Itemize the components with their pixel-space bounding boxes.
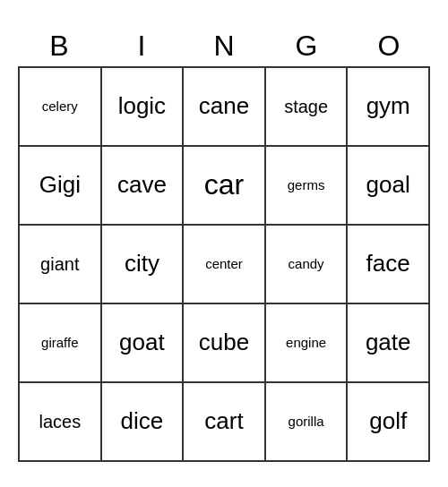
cell-text-r4-c1: dice	[121, 407, 164, 435]
cell-text-r0-c4: gym	[366, 92, 410, 120]
cell-text-r1-c0: Gigi	[39, 171, 81, 199]
cell-r1-c2: car	[183, 146, 265, 225]
bingo-grid: celerylogiccanestagegymGigicavecargermsg…	[18, 66, 430, 462]
header-letter-B: B	[18, 26, 100, 66]
cell-text-r3-c3: engine	[286, 335, 326, 351]
cell-text-r2-c2: center	[205, 256, 243, 272]
cell-text-r3-c4: gate	[366, 329, 411, 356]
cell-text-r4-c0: laces	[39, 411, 81, 432]
cell-text-r3-c2: cube	[199, 329, 249, 356]
cell-r2-c3: candy	[265, 225, 348, 303]
cell-text-r0-c3: stage	[284, 96, 328, 117]
cell-r3-c1: goat	[101, 303, 184, 382]
cell-text-r3-c0: giraffe	[41, 335, 78, 351]
cell-r3-c3: engine	[265, 303, 348, 382]
header-letter-N: N	[183, 26, 265, 66]
cell-r1-c0: Gigi	[19, 146, 101, 225]
cell-r4-c4: golf	[347, 382, 429, 461]
bingo-header: BINGO	[18, 26, 430, 66]
cell-r2-c4: face	[347, 225, 429, 303]
cell-r3-c2: cube	[183, 303, 265, 382]
cell-r2-c2: center	[183, 225, 265, 303]
cell-r4-c1: dice	[101, 382, 184, 461]
bingo-card: BINGO celerylogiccanestagegymGigicavecar…	[9, 17, 439, 471]
cell-r3-c4: gate	[347, 303, 429, 382]
cell-r0-c1: logic	[101, 67, 184, 146]
cell-r1-c4: goal	[347, 146, 429, 225]
cell-text-r2-c1: city	[125, 250, 159, 278]
header-letter-O: O	[348, 26, 430, 66]
cell-r2-c0: giant	[19, 225, 101, 303]
cell-r0-c3: stage	[265, 67, 348, 146]
cell-text-r1-c4: goal	[366, 171, 410, 199]
cell-text-r0-c1: logic	[118, 92, 166, 120]
cell-r4-c0: laces	[19, 382, 101, 461]
cell-text-r0-c2: cane	[199, 92, 249, 120]
cell-text-r3-c1: goat	[119, 329, 165, 356]
cell-text-r4-c4: golf	[369, 407, 407, 435]
cell-r1-c1: cave	[101, 146, 184, 225]
cell-text-r1-c3: germs	[288, 177, 325, 193]
cell-r4-c2: cart	[183, 382, 265, 461]
cell-text-r2-c0: giant	[40, 253, 79, 275]
cell-text-r1-c2: car	[204, 167, 244, 201]
cell-r3-c0: giraffe	[19, 303, 101, 382]
cell-r0-c4: gym	[347, 67, 429, 146]
header-letter-G: G	[265, 26, 348, 66]
cell-r0-c2: cane	[183, 67, 265, 146]
cell-r4-c3: gorilla	[265, 382, 348, 461]
cell-text-r4-c3: gorilla	[289, 414, 324, 430]
cell-text-r2-c3: candy	[289, 256, 324, 272]
cell-text-r4-c2: cart	[204, 407, 243, 435]
header-letter-I: I	[100, 26, 183, 66]
cell-text-r1-c1: cave	[117, 171, 167, 199]
cell-text-r2-c4: face	[366, 250, 410, 278]
cell-r1-c3: germs	[265, 146, 348, 225]
cell-text-r0-c0: celery	[42, 98, 78, 115]
cell-r2-c1: city	[101, 225, 184, 303]
cell-r0-c0: celery	[19, 67, 101, 146]
